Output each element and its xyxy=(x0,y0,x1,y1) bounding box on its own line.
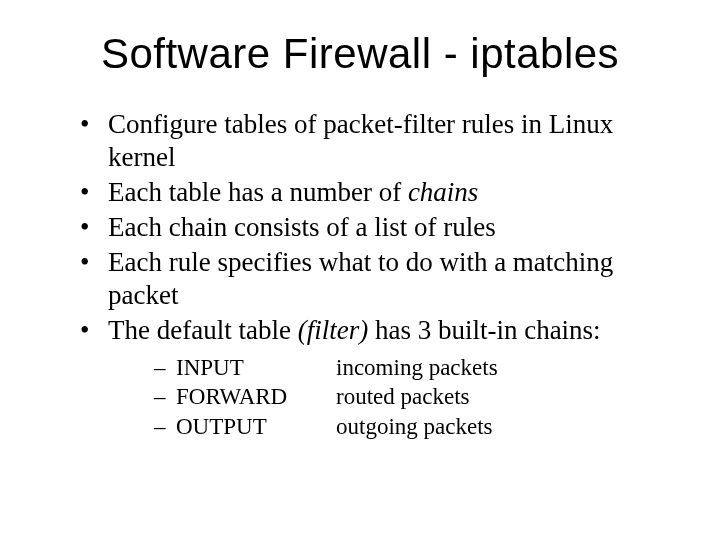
bullet-text: The default table xyxy=(108,315,298,345)
bullet-text-after: has 3 built-in chains: xyxy=(368,315,600,345)
sub-list-item: FORWARD routed packets xyxy=(154,382,660,412)
bullet-italic: (filter) xyxy=(298,315,368,345)
chain-name: FORWARD xyxy=(176,382,336,412)
bullet-text: Each table has a number of xyxy=(108,177,408,207)
list-item: Each rule specifies what to do with a ma… xyxy=(80,246,660,312)
list-item: Each table has a number of chains xyxy=(80,176,660,209)
sub-list-item: INPUT incoming packets xyxy=(154,353,660,383)
slide: Software Firewall - iptables Configure t… xyxy=(0,0,720,540)
chain-desc: outgoing packets xyxy=(336,412,660,442)
chain-desc: routed packets xyxy=(336,382,660,412)
sub-list-item: OUTPUT outgoing packets xyxy=(154,412,660,442)
bullet-text: Each chain consists of a list of rules xyxy=(108,212,496,242)
bullet-italic: chains xyxy=(408,177,479,207)
chain-name: OUTPUT xyxy=(176,412,336,442)
bullet-list: Configure tables of packet-filter rules … xyxy=(80,108,660,442)
chain-desc: incoming packets xyxy=(336,353,660,383)
list-item: The default table (filter) has 3 built-i… xyxy=(80,314,660,443)
slide-title: Software Firewall - iptables xyxy=(60,30,660,78)
bullet-text: Configure tables of packet-filter rules … xyxy=(108,109,613,172)
sub-list: INPUT incoming packets FORWARD routed pa… xyxy=(154,353,660,443)
chain-name: INPUT xyxy=(176,353,336,383)
bullet-text: Each rule specifies what to do with a ma… xyxy=(108,247,613,310)
list-item: Each chain consists of a list of rules xyxy=(80,211,660,244)
list-item: Configure tables of packet-filter rules … xyxy=(80,108,660,174)
